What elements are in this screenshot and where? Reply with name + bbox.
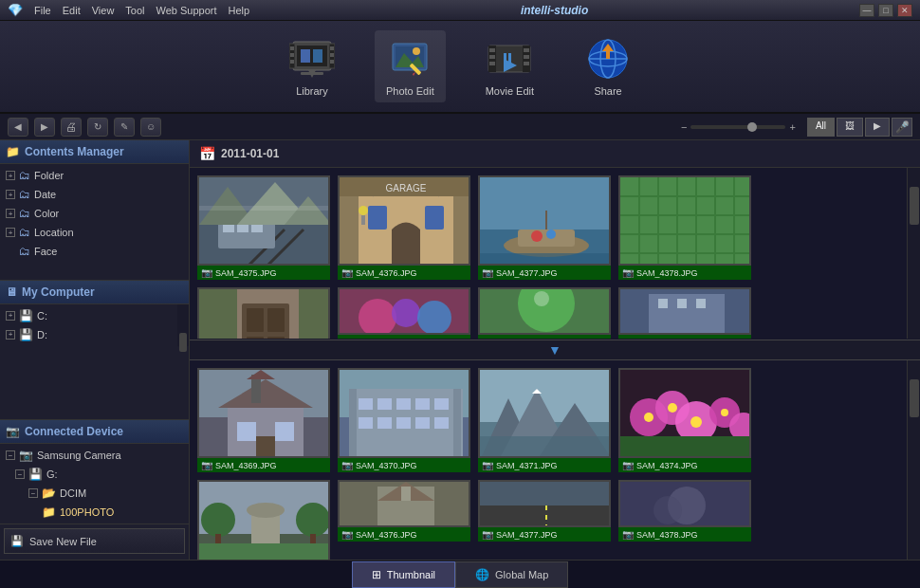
svg-point-17 bbox=[413, 47, 420, 55]
thumbnail-4379[interactable]: 📷 SAM_4379.JPG bbox=[197, 287, 330, 339]
content-divider: ▼ bbox=[190, 340, 920, 360]
c-drive-expander[interactable]: + bbox=[6, 311, 15, 321]
svg-point-167 bbox=[653, 496, 682, 524]
toolbar-photo-edit[interactable]: Photo Edit bbox=[375, 30, 446, 102]
svg-rect-126 bbox=[415, 417, 430, 429]
tree-item-location[interactable]: + 🗂 Location bbox=[0, 223, 189, 242]
top-content-scroll-thumb[interactable] bbox=[910, 187, 919, 225]
edit-button[interactable]: ✎ bbox=[114, 118, 135, 137]
thumbnail-4375[interactable]: 📷 SAM_4375.JPG bbox=[197, 175, 330, 280]
thumb-label-4381: 📷 SAM_4381.JPG bbox=[478, 335, 611, 339]
cam-thumbnail-4378[interactable]: 📷 SAM_4378.JPG bbox=[618, 480, 751, 560]
folder-expander[interactable]: + bbox=[6, 171, 15, 180]
bottom-content-scroll-thumb[interactable] bbox=[910, 379, 919, 417]
zoom-slider[interactable] bbox=[690, 125, 785, 129]
dcim-expander[interactable]: − bbox=[28, 488, 38, 498]
location-expander[interactable]: + bbox=[6, 228, 15, 237]
d-drive-expander[interactable]: + bbox=[6, 330, 15, 340]
camera-thumbnails-grid: 📷 SAM_4369.JPG bbox=[190, 360, 907, 560]
save-new-file-button[interactable]: 💾 Save New File bbox=[4, 528, 185, 554]
thumbnail-4377[interactable]: 📷 SAM_4377.JPG bbox=[478, 175, 611, 280]
close-button[interactable]: ✕ bbox=[897, 4, 912, 17]
tree-item-samsung-camera[interactable]: − 📷 Samsung Camera bbox=[0, 446, 189, 465]
tree-item-100photo[interactable]: 📁 100PHOTO bbox=[0, 503, 189, 522]
contents-manager-header-icon: 📁 bbox=[6, 145, 20, 158]
toolbar-movie-edit[interactable]: Movie Edit bbox=[474, 30, 545, 102]
thumbnail-4378[interactable]: 📷 SAM_4378.JPG bbox=[618, 175, 751, 280]
tree-item-folder[interactable]: + 🗂 Folder bbox=[0, 166, 189, 185]
thumb-img-4379 bbox=[197, 287, 330, 339]
tree-item-face[interactable]: 🗂 Face bbox=[0, 242, 189, 261]
zoom-slider-area: − + bbox=[681, 121, 796, 133]
view-all-button[interactable]: All bbox=[807, 118, 835, 137]
camera-expander[interactable]: − bbox=[6, 450, 15, 460]
tree-item-g-drive[interactable]: − 💾 G: bbox=[0, 465, 189, 484]
my-computer-section: 🖥 My Computer + 💾 C: + 💾 D: bbox=[0, 281, 189, 421]
cam-thumbnail-4369[interactable]: 📷 SAM_4369.JPG bbox=[197, 368, 330, 472]
c-drive-label: C: bbox=[37, 310, 47, 322]
toolbar-share[interactable]: Share bbox=[574, 30, 642, 102]
cam-thumbnail-4375[interactable]: 📷 SAM_4375.JPG bbox=[197, 480, 330, 560]
cam-thumb-img-4371 bbox=[478, 368, 611, 458]
svg-rect-81 bbox=[247, 308, 264, 332]
thumbnail-4382[interactable]: 📷 SAM_4382.JPG bbox=[618, 287, 751, 339]
global-map-tab[interactable]: 🌐 Global Map bbox=[455, 561, 568, 588]
zoom-in-icon[interactable]: + bbox=[789, 121, 795, 133]
bottom-content-scrollbar[interactable] bbox=[907, 360, 920, 560]
cam-thumbnail-4374[interactable]: 📷 SAM_4374.JPG bbox=[618, 368, 751, 472]
forward-button[interactable]: ▶ bbox=[34, 118, 55, 137]
tree-item-date[interactable]: + 🗂 Date bbox=[0, 185, 189, 204]
face-button[interactable]: ☺ bbox=[140, 118, 161, 137]
contents-manager-header: 📁 Contents Manager bbox=[0, 140, 189, 164]
menu-view[interactable]: View bbox=[92, 5, 115, 16]
g-drive-expander[interactable]: − bbox=[15, 469, 25, 479]
top-content-scrollbar[interactable] bbox=[907, 168, 920, 339]
view-audio-button[interactable]: 🎤 bbox=[892, 118, 912, 137]
tree-item-c-drive[interactable]: + 💾 C: bbox=[0, 306, 189, 325]
thumb-label-4382: 📷 SAM_4382.JPG bbox=[618, 335, 751, 339]
thumbnail-4381[interactable]: 📷 SAM_4381.JPG bbox=[478, 287, 611, 339]
thumb-img-4378 bbox=[618, 175, 751, 266]
print-button[interactable]: 🖨 bbox=[61, 118, 82, 137]
menu-websupport[interactable]: Web Support bbox=[156, 5, 217, 16]
my-computer-scrollbar[interactable] bbox=[177, 304, 189, 346]
thumb-label-4376: 📷 SAM_4376.JPG bbox=[338, 266, 470, 280]
d-drive-label: D: bbox=[37, 329, 47, 340]
tree-item-dcim[interactable]: − 📂 DCIM bbox=[0, 484, 189, 503]
view-photo-button[interactable]: 🖼 bbox=[837, 118, 863, 137]
thumb-img-4380 bbox=[338, 287, 470, 335]
thumbnail-4380[interactable]: 📷 SAM_4380.JPG bbox=[338, 287, 470, 339]
tree-item-color[interactable]: + 🗂 Color bbox=[0, 204, 189, 223]
title-bar-left: 💎 File Edit View Tool Web Support Help bbox=[8, 3, 249, 17]
svg-rect-9 bbox=[290, 60, 294, 64]
minimize-button[interactable]: — bbox=[859, 4, 874, 17]
cam-thumbnail-4376[interactable]: 📷 SAM_4376.JPG bbox=[338, 480, 470, 560]
thumbnail-4376[interactable]: GARAGE 📷 SAM_4376.JPG bbox=[338, 175, 470, 280]
date-header: 📅 2011-01-01 bbox=[190, 140, 920, 168]
svg-rect-26 bbox=[524, 48, 529, 52]
tree-item-d-drive[interactable]: + 💾 D: bbox=[0, 325, 189, 344]
zoom-thumb[interactable] bbox=[747, 122, 757, 132]
menu-file[interactable]: File bbox=[34, 5, 51, 16]
thumb-label-4380: 📷 SAM_4380.JPG bbox=[338, 335, 470, 339]
cam-icon: 📷 bbox=[622, 529, 634, 540]
svg-rect-129 bbox=[453, 389, 461, 458]
photo-edit-label: Photo Edit bbox=[386, 85, 434, 97]
view-video-button[interactable]: ▶ bbox=[865, 118, 890, 137]
cam-thumbnail-4377[interactable]: 📷 SAM_4377.JPG bbox=[478, 480, 611, 560]
cam-thumbnail-4370[interactable]: 📷 SAM_4370.JPG bbox=[338, 368, 470, 472]
maximize-button[interactable]: □ bbox=[878, 4, 893, 17]
my-computer-scroll-thumb[interactable] bbox=[179, 333, 187, 352]
back-button[interactable]: ◀ bbox=[8, 118, 28, 137]
date-expander[interactable]: + bbox=[6, 190, 15, 199]
rotate-button[interactable]: ↻ bbox=[87, 118, 108, 137]
menu-help[interactable]: Help bbox=[229, 5, 250, 16]
menu-tool[interactable]: Tool bbox=[125, 5, 144, 16]
zoom-out-icon[interactable]: − bbox=[681, 121, 687, 133]
svg-rect-23 bbox=[489, 55, 495, 59]
menu-edit[interactable]: Edit bbox=[63, 5, 81, 16]
cam-thumbnail-4371[interactable]: 📷 SAM_4371.JPG bbox=[478, 368, 611, 472]
thumbnail-tab[interactable]: ⊞ Thumbnail bbox=[352, 561, 455, 588]
color-expander[interactable]: + bbox=[6, 209, 15, 218]
toolbar-library[interactable]: Library bbox=[278, 30, 346, 102]
